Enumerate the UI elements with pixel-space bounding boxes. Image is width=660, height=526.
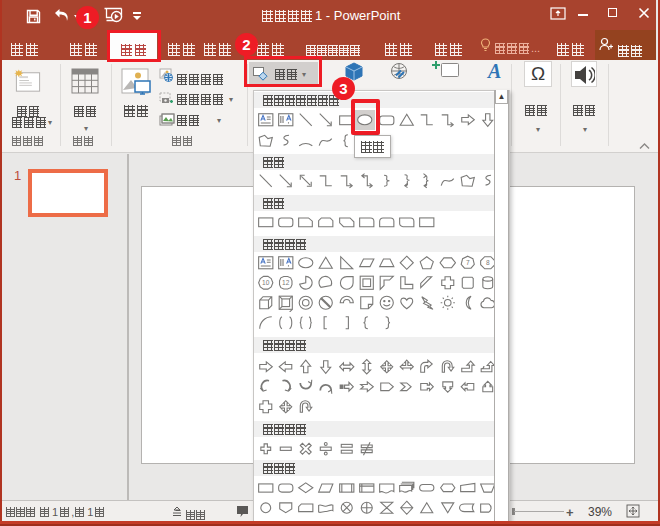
svg-text:8: 8: [486, 260, 490, 267]
svg-text:7: 7: [466, 260, 470, 267]
svg-text:12: 12: [282, 280, 290, 287]
svg-text:10: 10: [262, 280, 270, 287]
